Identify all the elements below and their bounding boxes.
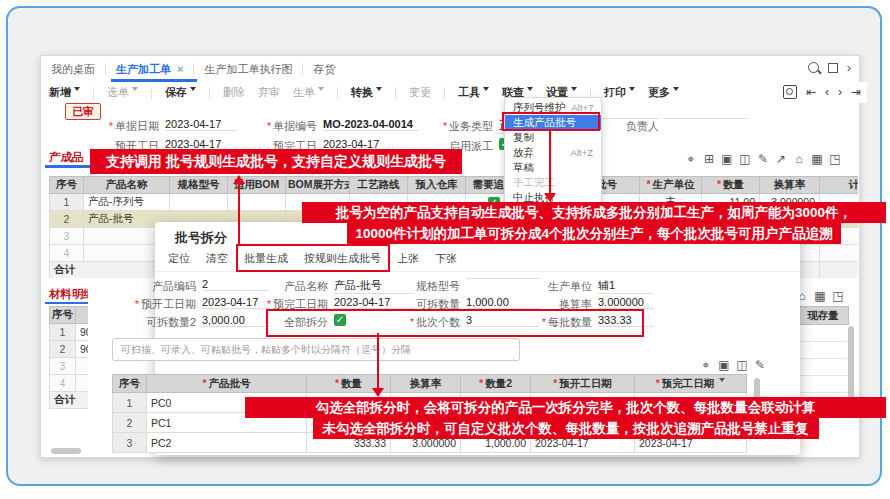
tab-my-desktop[interactable]: 我的桌面 xyxy=(41,62,105,77)
menu-item-manual-finish[interactable]: 手工完工 xyxy=(505,175,601,190)
horizontal-scrollbar-thumb[interactable] xyxy=(51,448,81,454)
copy-row-icon[interactable]: ▣ xyxy=(721,152,733,166)
col-batch-no: 产品批号 xyxy=(147,375,307,393)
cell: 产品-序列号 xyxy=(84,194,170,211)
cell xyxy=(170,194,228,211)
callout-line: 未勾选全部拆分时，可自定义批次个数、每批数量，按批次追溯产品批号禁止重复 xyxy=(313,418,819,439)
menu-label: 放弃 xyxy=(513,145,534,160)
print-button[interactable]: 打印 xyxy=(604,85,635,100)
locate-icon[interactable]: ⌖ xyxy=(685,152,697,166)
callout-split-rules: 勾选全部拆分时，会将可拆分的产品一次拆分完毕，批次个数、每批数量会联动计算 未勾… xyxy=(245,397,886,439)
prev-sheet-button[interactable]: 上张 xyxy=(397,251,419,266)
manager-field[interactable] xyxy=(663,118,747,119)
splittable-qty2-label: 可拆数量2 xyxy=(130,315,196,330)
doc-no-field[interactable]: MO-2023-04-0014 xyxy=(323,118,419,131)
change-button[interactable]: 变更 xyxy=(409,85,431,100)
generate-doc-button[interactable]: 生单 xyxy=(293,85,324,100)
paste-row-icon[interactable]: ◫ xyxy=(739,152,751,166)
expand-icon[interactable]: ◳ xyxy=(829,152,841,166)
splittable-qty2-field[interactable]: 3,000.00 xyxy=(202,314,270,327)
tab-inventory[interactable]: 存货 xyxy=(303,62,345,77)
export-icon[interactable]: ↗ xyxy=(775,152,787,166)
tab-production-exec-chart[interactable]: 生产加工单执行图 xyxy=(194,62,302,77)
delete-button[interactable]: 删除 xyxy=(223,85,245,100)
locate-icon[interactable]: ⌖ xyxy=(700,358,712,372)
cell: 2 xyxy=(50,341,76,358)
menu-label: 复制 xyxy=(513,130,534,145)
locate-button[interactable]: 定位 xyxy=(168,251,190,266)
prod-unit-field[interactable]: 辅1 xyxy=(598,278,654,294)
rate-field[interactable]: 3.000000 xyxy=(598,296,654,309)
save-button[interactable]: 保存 xyxy=(165,85,196,100)
col-sn: 序号 xyxy=(113,375,147,393)
stock-column-header: 现存量 xyxy=(797,306,849,325)
stock-cell xyxy=(797,341,847,359)
col-finish-date: 预完工日期 xyxy=(635,375,747,393)
next-record-icon[interactable]: › xyxy=(838,85,842,99)
start-date-field[interactable]: 2023-04-17 xyxy=(202,296,270,309)
zoom-preview-icon[interactable] xyxy=(783,85,797,99)
stock-cell xyxy=(797,324,847,342)
product-code-field[interactable]: 2 xyxy=(202,278,270,291)
menu-shortcut: Alt+Z xyxy=(571,145,593,160)
edit-icon[interactable]: ✎ xyxy=(754,358,766,372)
record-nav: ⇤ ‹ › ⇥ xyxy=(783,85,861,99)
copy-row-icon[interactable]: ▣ xyxy=(718,358,730,372)
biz-type-label: 业务类型 xyxy=(413,119,493,134)
cell: 1 xyxy=(113,393,147,413)
tab-label: 生产加工单 xyxy=(116,63,171,75)
expand-icon[interactable]: ◳ xyxy=(832,289,844,303)
screenshot-canvas: 我的桌面 生产加工单× 生产加工单执行图 存货 › 新增 选单 保存 删除 弃审… xyxy=(0,0,890,499)
menu-item-abandon[interactable]: 放弃Alt+Z xyxy=(505,145,601,160)
col-sn: 序号 xyxy=(50,177,84,194)
maximize-icon[interactable] xyxy=(828,63,838,73)
grid-settings-icon[interactable]: ▦ xyxy=(814,289,826,303)
start-date-label: 预开工日期 xyxy=(130,297,196,312)
tab-finished-products[interactable]: 产成品 xyxy=(49,150,84,165)
chevron-right-icon[interactable]: › xyxy=(847,63,851,73)
convert-button[interactable]: 转换 xyxy=(351,85,382,100)
menu-item-copy[interactable]: 复制 xyxy=(505,130,601,145)
col-warehouse: 预入仓库 xyxy=(408,177,466,194)
col-qty2: 数量2 xyxy=(461,375,531,393)
doc-date-field[interactable]: 2023-04-17 xyxy=(165,118,237,131)
cell: 4 xyxy=(50,375,76,392)
clear-button[interactable]: 清空 xyxy=(206,251,228,266)
grid-settings-icon[interactable]: ▦ xyxy=(811,152,823,166)
more-button[interactable]: 更多 xyxy=(648,85,679,100)
home-icon[interactable]: ⌂ xyxy=(793,152,805,166)
col-product-name: 产品名称 xyxy=(84,177,170,194)
toolbar-highlight-box xyxy=(236,244,390,272)
menu-highlight-box xyxy=(502,112,600,131)
section-tab-underline xyxy=(45,165,93,168)
arrow-line xyxy=(549,129,551,193)
cell: 1 xyxy=(50,194,84,211)
paste-row-icon[interactable]: ◫ xyxy=(736,358,748,372)
col-bom-expand: BOM展开方式 xyxy=(286,177,350,194)
first-record-icon[interactable]: ⇤ xyxy=(806,85,816,99)
callout-line: 批号为空的产品支持自动生成批号、支持拆成多批分别加工生产，如周产能为3000件， xyxy=(302,202,886,223)
prev-record-icon[interactable]: ‹ xyxy=(825,85,829,99)
dialog-grid-icons: ⌖ ▣ ◫ ✎ xyxy=(700,358,766,372)
vertical-scrollbar-thumb[interactable] xyxy=(848,326,854,406)
toolbar-separator xyxy=(93,87,94,99)
last-record-icon[interactable]: ⇥ xyxy=(851,85,861,99)
total-label: 合计 xyxy=(50,262,170,279)
next-sheet-button[interactable]: 下张 xyxy=(435,251,457,266)
select-doc-button[interactable]: 选单 xyxy=(107,85,138,100)
fields-highlight-box xyxy=(266,309,644,337)
search-icon[interactable] xyxy=(808,62,819,73)
toolbar-separator xyxy=(395,87,396,99)
new-button[interactable]: 新增 xyxy=(49,85,80,100)
unapprove-button[interactable]: 弃审 xyxy=(258,85,280,100)
tab-production-order[interactable]: 生产加工单× xyxy=(106,62,193,77)
insert-row-icon[interactable]: ⊞ xyxy=(703,152,715,166)
col-rate: 换算率 xyxy=(760,177,820,194)
close-tab-icon[interactable]: × xyxy=(177,63,183,75)
batch-input-hint[interactable]: 可扫描、可录入、可粘贴批号，粘贴多个时以分隔符（逗号）分隔 xyxy=(112,338,520,361)
cell xyxy=(820,245,859,262)
tools-button[interactable]: 工具 xyxy=(458,85,489,100)
edit-icon[interactable]: ✎ xyxy=(757,152,769,166)
col-start-date: 预开工日期 xyxy=(531,375,635,393)
menu-item-draft[interactable]: 草稿 xyxy=(505,160,601,175)
